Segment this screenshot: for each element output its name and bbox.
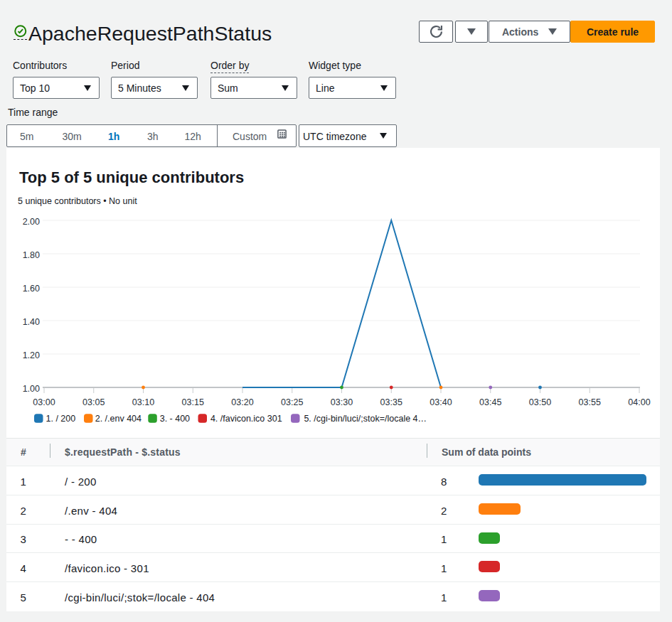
svg-text:3. - 400: 3. - 400 (160, 414, 190, 424)
svg-text:1.60: 1.60 (23, 284, 40, 294)
svg-text:04:00: 04:00 (628, 397, 650, 407)
svg-text:03:00: 03:00 (33, 397, 55, 407)
svg-text:03:20: 03:20 (231, 397, 253, 407)
svg-text:03:45: 03:45 (479, 397, 501, 407)
svg-text:03:25: 03:25 (281, 397, 303, 407)
svg-text:1.80: 1.80 (23, 250, 40, 260)
svg-text:03:05: 03:05 (82, 397, 105, 407)
svg-text:03:35: 03:35 (380, 397, 402, 407)
svg-text:03:10: 03:10 (132, 397, 154, 407)
svg-text:03:40: 03:40 (430, 397, 452, 407)
svg-text:03:15: 03:15 (182, 397, 204, 407)
svg-text:2.00: 2.00 (23, 217, 40, 227)
svg-text:03:30: 03:30 (331, 397, 353, 407)
svg-text:03:55: 03:55 (579, 397, 601, 407)
svg-text:1.40: 1.40 (23, 317, 40, 327)
svg-text:03:50: 03:50 (529, 397, 551, 407)
svg-text:5. /cgi-bin/luci/;stok=/locale: 5. /cgi-bin/luci/;stok=/locale 4… (304, 414, 427, 424)
svg-text:1. / 200: 1. / 200 (46, 414, 76, 424)
svg-text:1.20: 1.20 (23, 350, 40, 360)
svg-text:4. /favicon.ico 301: 4. /favicon.ico 301 (210, 414, 282, 424)
svg-text:1.00: 1.00 (23, 384, 40, 394)
svg-text:2. /.env 404: 2. /.env 404 (95, 414, 142, 424)
